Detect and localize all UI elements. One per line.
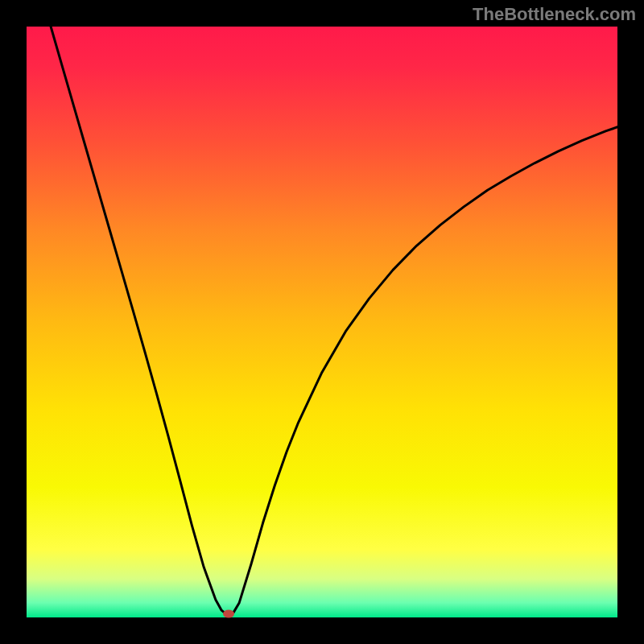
chart-svg: [0, 0, 644, 644]
optimum-marker: [223, 610, 234, 618]
watermark-text: TheBottleneck.com: [473, 4, 636, 25]
chart-plot-area: [27, 27, 617, 617]
bottleneck-chart: TheBottleneck.com: [0, 0, 644, 644]
